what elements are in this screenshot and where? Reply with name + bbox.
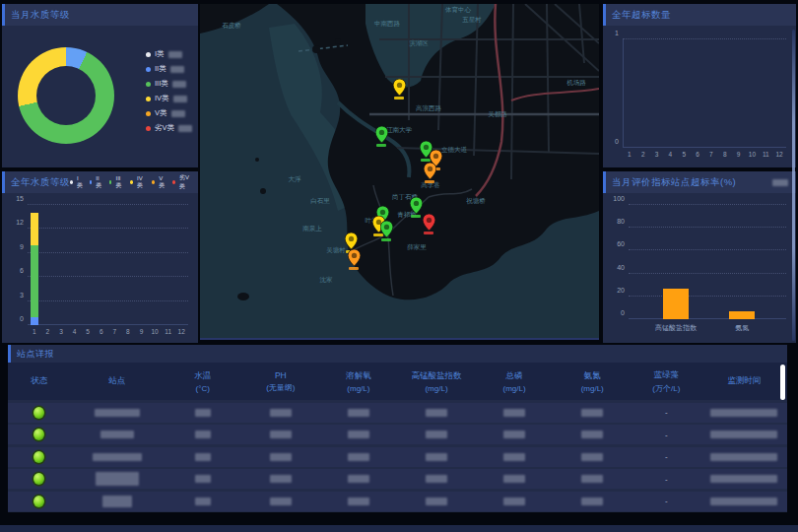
redacted-cell-value — [426, 475, 447, 483]
station-pin-icon[interactable] — [423, 214, 435, 231]
map-place-label: 五星村 — [462, 16, 482, 25]
legend-label: III类 — [155, 79, 168, 89]
station-pin-icon[interactable] — [345, 233, 358, 249]
status-normal-indicator — [33, 496, 44, 507]
rate-bar[interactable] — [663, 289, 689, 319]
legend-item[interactable]: II类 — [90, 175, 103, 190]
station-pin-icon[interactable] — [410, 197, 423, 214]
gridline — [28, 276, 188, 277]
legend-label: III类 — [115, 175, 124, 190]
legend-item[interactable]: I类 — [146, 49, 192, 59]
month-rate-chart[interactable]: 020406080100高锰酸盐指数氨氮 — [629, 205, 786, 319]
table-row[interactable]: - — [8, 425, 787, 444]
station-pin-label — [394, 97, 404, 100]
cell-9 — [701, 409, 787, 417]
legend-item[interactable]: 劣V类 — [172, 173, 192, 191]
station-pin-icon[interactable] — [424, 163, 436, 179]
y-tick-label: 9 — [20, 242, 24, 249]
y-tick-label: 40 — [617, 263, 625, 270]
panel-header: 全年水质等级 I类II类III类IV类V类劣V类 — [2, 171, 198, 193]
legend-item[interactable]: V类 — [152, 175, 166, 190]
cell-9 — [701, 475, 787, 483]
panel-accent-bar — [603, 171, 606, 193]
y-tick-label: 12 — [16, 219, 24, 226]
cell-3 — [241, 431, 319, 438]
cell-2 — [164, 431, 241, 438]
station-pin-icon[interactable] — [348, 249, 361, 266]
legend-item[interactable]: 劣V类 — [146, 123, 192, 133]
legend-dot — [146, 82, 151, 87]
legend-label: II类 — [96, 175, 102, 190]
stacked-bar-segment[interactable] — [31, 213, 38, 245]
legend-item[interactable]: V类 — [146, 108, 192, 118]
city-map[interactable]: 石皮桥中南西路滨湖区五星村体育中心机场路吴都路高浪西路江南大学立德大道高李巷尚丁… — [200, 4, 599, 340]
x-tick-label: 10 — [151, 328, 158, 335]
x-tick-label: 5 — [86, 328, 90, 335]
legend-label: II类 — [155, 64, 166, 74]
panel-title-year-quality: 全年水质等级 — [11, 176, 70, 189]
cell-8: - — [632, 431, 701, 439]
map-place-label: 白石里 — [310, 197, 330, 206]
station-pin-icon[interactable] — [375, 126, 388, 143]
panel-accent-bar — [2, 171, 5, 193]
x-tick-label: 7 — [709, 151, 713, 158]
cell-5 — [397, 475, 475, 483]
cell-1 — [70, 453, 164, 461]
cell-8: - — [632, 408, 701, 417]
rate-bar[interactable] — [729, 311, 755, 319]
legend-item[interactable]: III类 — [109, 175, 125, 190]
cell-0 — [8, 496, 70, 507]
y-tick-label: 15 — [16, 195, 24, 202]
table-scrollbar-thumb[interactable] — [780, 365, 785, 400]
x-tick-label: 9 — [737, 151, 741, 158]
cell-0 — [8, 473, 70, 485]
station-pin-label — [349, 267, 359, 270]
redacted-cell-value — [270, 453, 292, 461]
station-pin-label — [376, 144, 386, 147]
redacted-cell-value — [195, 453, 211, 461]
panel-header: 全年超标数量 — [603, 4, 796, 26]
page-scrollbar[interactable] — [792, 30, 795, 341]
panel-accent-bar — [2, 4, 5, 26]
legend-item[interactable]: I类 — [70, 175, 84, 190]
legend-item[interactable]: II类 — [146, 64, 192, 74]
redacted-header-badge — [772, 179, 788, 186]
table-row[interactable]: - — [8, 403, 787, 423]
legend-item[interactable]: IV类 — [130, 175, 146, 190]
cell-3 — [241, 409, 319, 417]
x-tick-label: 2 — [46, 328, 50, 335]
cell-2 — [164, 453, 241, 461]
station-pin-label — [411, 215, 421, 218]
column-header-7: 氨氮(mg/L) — [554, 370, 632, 393]
status-normal-indicator — [33, 407, 44, 419]
redacted-cell-value — [503, 431, 525, 438]
table-row[interactable]: - — [8, 469, 787, 489]
bar-category-label: 氨氮 — [735, 323, 749, 333]
panel-month-water-quality: 当月水质等级 I类II类III类IV类V类劣V类 — [2, 4, 198, 167]
redacted-cell-value — [270, 498, 292, 505]
y-tick-label: 80 — [617, 218, 625, 225]
cell-8: - — [632, 475, 701, 484]
stacked-bar-segment[interactable] — [31, 245, 38, 317]
redacted-cell-value — [710, 453, 777, 461]
table-row[interactable]: - — [8, 492, 787, 511]
station-pin-icon[interactable] — [393, 79, 406, 96]
column-header-0: 状态 — [8, 375, 70, 387]
year-quality-chart[interactable]: 03691215123456789101112 — [28, 205, 188, 325]
redacted-cell-value — [270, 475, 292, 483]
station-pin-icon[interactable] — [380, 221, 393, 237]
year-exceed-chart[interactable]: 01123456789101112 — [623, 39, 786, 148]
stacked-bar-segment[interactable] — [31, 317, 38, 325]
cell-4 — [319, 431, 397, 438]
donut-chart-month-quality[interactable] — [18, 47, 114, 144]
legend-item[interactable]: III类 — [146, 79, 192, 89]
cell-2 — [164, 409, 241, 417]
table-row[interactable]: - — [8, 447, 787, 467]
x-tick-label: 1 — [628, 151, 632, 158]
cell-6 — [476, 409, 554, 417]
legend-item[interactable]: IV类 — [146, 94, 192, 103]
panel-month-exceed-rate: 当月评价指标站点超标率(%) 020406080100高锰酸盐指数氨氮 — [603, 171, 796, 343]
map-place-label: 大浮 — [289, 175, 301, 184]
redacted-cell-value — [93, 453, 142, 461]
year-quality-legend[interactable]: I类II类III类IV类V类劣V类 — [70, 173, 192, 191]
